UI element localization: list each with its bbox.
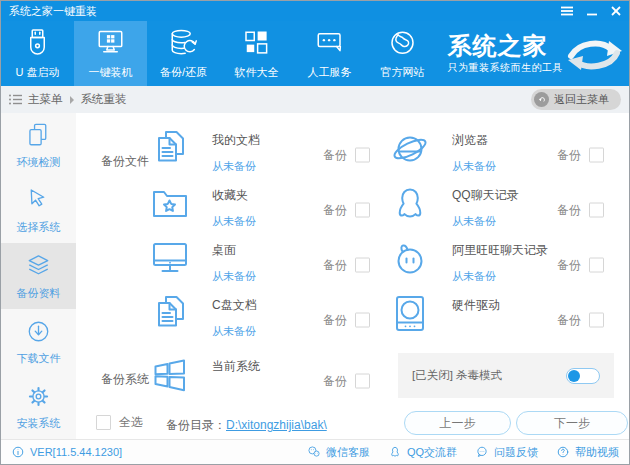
qq-group-icon — [388, 445, 402, 459]
back-to-main-menu-button[interactable]: 返回主菜单 — [531, 89, 621, 110]
select-all-checkbox[interactable] — [96, 415, 111, 430]
toggle-knob-icon — [568, 370, 580, 382]
sidebar-item-select-system[interactable]: 选择系统 — [1, 178, 76, 243]
menu-icon[interactable] — [561, 6, 573, 16]
backup-checkbox-favorites[interactable] — [355, 202, 370, 217]
documents-icon — [148, 292, 192, 336]
item-title: 硬件驱动 — [452, 297, 500, 314]
backup-label: 备份 — [557, 311, 581, 328]
backup-checkbox-aliwangwang[interactable] — [589, 257, 604, 272]
item-status-link[interactable]: 从未备份 — [212, 159, 260, 174]
antivirus-mode-box: [已关闭] 杀毒模式 — [398, 353, 614, 398]
select-all-control: 全选 — [96, 414, 143, 431]
antivirus-toggle[interactable] — [566, 368, 600, 384]
undo-arrow-icon — [534, 92, 549, 107]
item-status-link[interactable]: 从未备份 — [452, 269, 548, 284]
previous-step-button[interactable]: 上一步 — [404, 411, 511, 435]
status-link-label: QQ交流群 — [407, 445, 457, 460]
backup-checkbox-browser[interactable] — [589, 147, 604, 162]
nav-label: 官方网站 — [381, 65, 425, 80]
nav-item-usb-boot[interactable]: U 盘启动 — [1, 21, 74, 86]
documents-icon — [148, 127, 192, 171]
sidebar-label: 选择系统 — [17, 220, 61, 235]
backup-label: 备份 — [557, 146, 581, 163]
wechat-icon — [307, 445, 321, 459]
sidebar-item-install-system[interactable]: 安装系统 — [1, 374, 76, 439]
sidebar-item-download-files[interactable]: 下载文件 — [1, 309, 76, 374]
select-all-label: 全选 — [119, 414, 143, 431]
cell-favorites: 收藏夹 从未备份 备份 — [148, 182, 370, 237]
backup-checkbox-desktop[interactable] — [355, 257, 370, 272]
status-bar: VER[11.5.44.1230] 微信客服 QQ交流群 — [1, 439, 629, 464]
nav-label: 人工服务 — [308, 65, 352, 80]
item-title: 收藏夹 — [212, 187, 256, 204]
cell-hardware-driver: 硬件驱动 备份 — [388, 292, 604, 347]
backup-checkbox-my-documents[interactable] — [355, 147, 370, 162]
brand-swoosh-icon — [565, 34, 625, 74]
minimize-icon[interactable] — [587, 6, 597, 16]
item-title: 浏览器 — [452, 132, 496, 149]
list-menu-icon — [9, 94, 22, 105]
nav-label: 备份/还原 — [160, 65, 207, 80]
backup-label: 备份 — [557, 256, 581, 273]
backup-checkbox-current-system[interactable] — [355, 373, 370, 388]
info-icon — [11, 445, 25, 459]
aliwangwang-icon — [388, 237, 432, 281]
item-status-link[interactable]: 从未备份 — [452, 214, 519, 229]
cell-desktop: 桌面 从未备份 备份 — [148, 237, 370, 292]
main-content: 备份文件 备份系统 我的文档 从未备份 备份 — [76, 113, 629, 439]
software-grid-icon — [240, 27, 273, 60]
sidebar-label: 备份资料 — [17, 286, 61, 301]
cell-browser: 浏览器 从未备份 备份 — [388, 127, 604, 182]
sidebar-item-backup-data[interactable]: 备份资料 — [1, 243, 76, 308]
cell-qq-chat-history: QQ聊天记录 从未备份 备份 — [388, 182, 604, 237]
breadcrumb: 主菜单 系统重装 返回主菜单 — [1, 86, 629, 113]
backup-label: 备份 — [557, 201, 581, 218]
backup-checkbox-c-drive-docs[interactable] — [355, 312, 370, 327]
nav-item-service[interactable]: 人工服务 — [293, 21, 366, 86]
qq-group-link[interactable]: QQ交流群 — [388, 445, 457, 460]
cell-c-drive-documents: C盘文档 从未备份 备份 — [148, 292, 370, 347]
sidebar-item-env-check[interactable]: 环境检测 — [1, 113, 76, 178]
layers-icon — [24, 252, 53, 281]
wechat-support-link[interactable]: 微信客服 — [307, 445, 370, 460]
backup-directory-label: 备份目录： — [166, 418, 226, 432]
nav-item-software[interactable]: 软件大全 — [220, 21, 293, 86]
nav-item-one-key-install[interactable]: 一键装机 — [74, 21, 147, 86]
close-icon[interactable] — [611, 6, 621, 16]
monitor-windows-icon — [94, 27, 127, 60]
usb-icon — [21, 27, 54, 60]
backup-checkbox-qq-chat[interactable] — [589, 202, 604, 217]
windows-flag-icon — [148, 353, 192, 397]
backup-directory-link[interactable]: D:\xitongzhijia\bak\ — [226, 418, 327, 432]
backup-files-label: 备份文件 — [101, 153, 149, 170]
backup-directory-row: 备份目录：D:\xitongzhijia\bak\ — [166, 417, 327, 434]
item-status-link[interactable]: 从未备份 — [212, 324, 257, 339]
nav-item-backup-restore[interactable]: 备份/还原 — [147, 21, 220, 86]
help-video-link[interactable]: 帮助视频 — [556, 445, 619, 460]
item-status-link[interactable]: 从未备份 — [452, 159, 496, 174]
feedback-link[interactable]: 问题反馈 — [475, 445, 538, 460]
backup-label: 备份 — [323, 256, 347, 273]
item-title: 我的文档 — [212, 132, 260, 149]
nav-label: U 盘启动 — [16, 65, 60, 80]
next-step-button[interactable]: 下一步 — [516, 411, 628, 435]
nav-label: 一键装机 — [89, 65, 133, 80]
back-button-label: 返回主菜单 — [554, 92, 609, 107]
backup-label: 备份 — [323, 146, 347, 163]
backup-label: 备份 — [323, 311, 347, 328]
brand-logo: 系统之家 只为重装系统而生的工具 — [448, 21, 630, 86]
item-title: 阿里旺旺聊天记录 — [452, 242, 548, 259]
cell-aliwangwang-chat-history: 阿里旺旺聊天记录 从未备份 备份 — [388, 237, 604, 292]
breadcrumb-arrow-icon — [70, 96, 74, 104]
backup-checkbox-hardware-driver[interactable] — [589, 312, 604, 327]
item-status-link[interactable]: 从未备份 — [212, 269, 256, 284]
version-text: VER[11.5.44.1230] — [30, 446, 122, 458]
sidebar-label: 下载文件 — [17, 351, 61, 366]
item-status-link[interactable]: 从未备份 — [212, 214, 256, 229]
status-link-label: 帮助视频 — [575, 445, 619, 460]
nav-item-website[interactable]: 官方网站 — [366, 21, 439, 86]
chat-service-icon — [313, 27, 346, 60]
breadcrumb-root[interactable]: 主菜单 — [28, 92, 63, 107]
gear-icon — [24, 382, 53, 411]
